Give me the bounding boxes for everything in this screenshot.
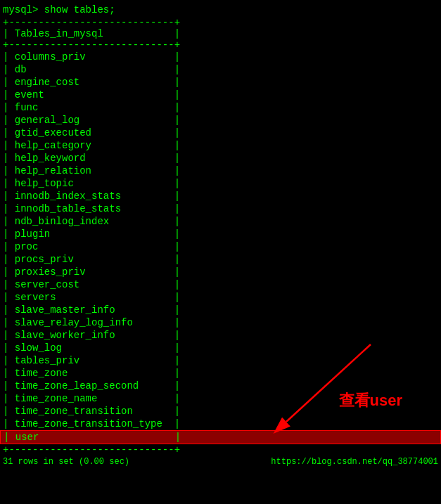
table-row: | help_category | <box>0 139 441 152</box>
table-row: | innodb_table_stats | <box>0 202 441 215</box>
prompt-line: mysql> show tables; <box>0 3 441 17</box>
table-row: | procs_priv | <box>0 253 441 266</box>
table-row: | help_keyword | <box>0 152 441 164</box>
table-row: | proxies_priv | <box>0 266 441 278</box>
table-header: | Tables_in_mysql | <box>0 28 441 39</box>
terminal-window: mysql> show tables; +-------------------… <box>0 0 441 504</box>
table-row: | help_relation | <box>0 164 441 177</box>
footer-row: 31 rows in set (0.00 sec) https://blog.c… <box>0 455 441 468</box>
table-row: | server_cost | <box>0 278 441 291</box>
table-row: | func | <box>0 101 441 114</box>
table-row: | plugin | <box>0 228 441 240</box>
table-row: | event | <box>0 89 441 101</box>
table-row: | engine_cost | <box>0 76 441 89</box>
footer-right: https://blog.csdn.net/qq_38774001 <box>271 457 438 467</box>
table-row: | ndb_binlog_index | <box>0 215 441 228</box>
separator-mid: +----------------------------+ <box>0 39 441 51</box>
arrow-icon <box>265 323 420 450</box>
table-row: | help_topic | <box>0 177 441 190</box>
footer-left: 31 rows in set (0.00 sec) <box>3 457 129 467</box>
svg-line-1 <box>286 344 371 422</box>
table-row: | servers | <box>0 291 441 304</box>
table-row: | general_log | <box>0 114 441 127</box>
table-row: | columns_priv | <box>0 51 441 63</box>
table-row: | db | <box>0 63 441 76</box>
table-row: | slave_master_info | <box>0 304 441 316</box>
table-row: | proc | <box>0 240 441 253</box>
table-row: | innodb_index_stats | <box>0 190 441 202</box>
separator-top: +----------------------------+ <box>0 17 441 28</box>
table-row: | gtid_executed | <box>0 127 441 139</box>
